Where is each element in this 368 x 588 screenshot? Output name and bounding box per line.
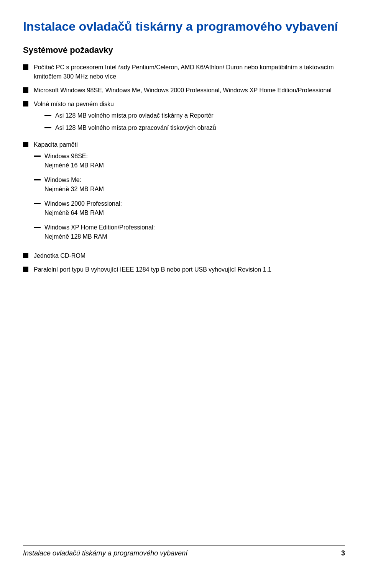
list-item: Paralelní port typu B vyhovující IEEE 12… (23, 265, 345, 274)
section-title: Systémové požadavky (23, 45, 345, 55)
list-item-text: Kapacita paměti Windows 98SE:Nejméně 16 … (34, 140, 345, 247)
list-item: Microsoft Windows 98SE, Windows Me, Wind… (23, 86, 345, 95)
sub-list-item: Windows Me:Nejméně 32 MB RAM (34, 175, 345, 194)
bullet-square-icon (23, 101, 28, 106)
bullet-dash-icon (34, 179, 41, 180)
sub-list-item-text: Windows XP Home Edition/Professional:Nej… (44, 223, 345, 241)
list-item-text: Paralelní port typu B vyhovující IEEE 12… (34, 265, 345, 274)
bullet-dash-icon (34, 156, 41, 157)
bullet-square-icon (23, 64, 28, 70)
sub-list-item: Windows 98SE:Nejméně 16 MB RAM (34, 152, 345, 170)
footer-page-number: 3 (341, 549, 345, 557)
bullet-square-icon (23, 267, 28, 272)
sub-list: Asi 128 MB volného místa pro ovladač tis… (44, 111, 345, 133)
list-item-text: Microsoft Windows 98SE, Windows Me, Wind… (34, 86, 345, 95)
sub-list-item-text: Windows 98SE:Nejméně 16 MB RAM (44, 152, 345, 170)
main-title: Instalace ovladačů tiskárny a programové… (23, 19, 345, 34)
sub-list-item: Windows XP Home Edition/Professional:Nej… (34, 223, 345, 241)
list-item-text: Počítač PC s procesorem Intel řady Penti… (34, 63, 345, 81)
sub-list-item: Windows 2000 Professional:Nejméně 64 MB … (34, 199, 345, 218)
sub-list-item-text: Asi 128 MB volného místa pro ovladač tis… (55, 111, 345, 120)
bullet-dash-icon (44, 115, 51, 116)
list-item-text: Volné místo na pevném disku Asi 128 MB v… (34, 100, 345, 136)
bullet-square-icon (23, 253, 28, 258)
bullet-dash-icon (44, 127, 51, 128)
main-bullet-list: Počítač PC s procesorem Intel řady Penti… (23, 63, 345, 274)
sub-list-item-text: Asi 128 MB volného místa pro zpracování … (55, 123, 345, 133)
sub-list-item-text: Windows 2000 Professional:Nejméně 64 MB … (44, 199, 345, 218)
list-item: Kapacita paměti Windows 98SE:Nejméně 16 … (23, 140, 345, 247)
footer-title: Instalace ovladačů tiskárny a programové… (23, 549, 187, 557)
sub-list: Windows 98SE:Nejméně 16 MB RAM Windows M… (34, 152, 345, 241)
list-item: Jednotka CD-ROM (23, 251, 345, 260)
sub-list-item: Asi 128 MB volného místa pro ovladač tis… (44, 111, 345, 120)
sub-list-item-text: Windows Me:Nejméně 32 MB RAM (44, 175, 345, 194)
bullet-dash-icon (34, 227, 41, 228)
page-footer: Instalace ovladačů tiskárny a programové… (23, 545, 345, 557)
bullet-square-icon (23, 87, 28, 93)
list-item-text: Jednotka CD-ROM (34, 251, 345, 260)
list-item: Volné místo na pevném disku Asi 128 MB v… (23, 100, 345, 136)
sub-list-item: Asi 128 MB volného místa pro zpracování … (44, 123, 345, 133)
content-area: Instalace ovladačů tiskárny a programové… (23, 15, 345, 545)
page-wrapper: Instalace ovladačů tiskárny a programové… (0, 0, 368, 588)
list-item: Počítač PC s procesorem Intel řady Penti… (23, 63, 345, 81)
bullet-dash-icon (34, 203, 41, 204)
bullet-square-icon (23, 142, 28, 147)
